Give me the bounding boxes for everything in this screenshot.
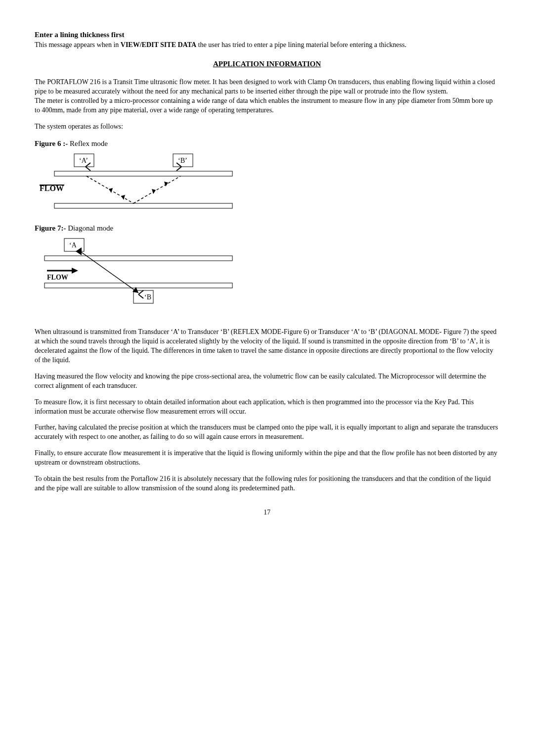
- svg-rect-7: [54, 203, 232, 208]
- heading-enter-lining: Enter a lining thickness first: [35, 30, 499, 40]
- paragraph-system-op: The system operates as follows:: [35, 122, 499, 132]
- svg-line-5: [177, 167, 181, 171]
- svg-marker-14: [164, 182, 168, 187]
- paragraph-ultrasound: When ultrasound is transmitted from Tran…: [35, 328, 499, 365]
- svg-line-2: [86, 167, 90, 171]
- page-number: 17: [35, 508, 499, 518]
- paragraph-position: Further, having calculated the precise p…: [35, 423, 499, 442]
- figure6-desc: Reflex mode: [68, 140, 108, 147]
- svg-line-25: [138, 294, 143, 298]
- svg-marker-20: [72, 268, 78, 274]
- svg-marker-11: [109, 188, 113, 193]
- fig6-label-a: ‘A’: [79, 157, 88, 164]
- text-plain: This message appears when in: [35, 41, 121, 48]
- figure6-diagram: ‘A’ ‘B’ FLOW: [35, 151, 499, 213]
- fig7-flow-label: FLOW: [47, 274, 68, 281]
- paragraph-velocity: Having measured the flow velocity and kn…: [35, 372, 499, 391]
- figure7-diagram: ‘A FLOW ‘B: [35, 236, 499, 308]
- figure6-caption: Figure 6 :- Reflex mode: [35, 139, 499, 148]
- section-title: APPLICATION INFORMATION: [35, 59, 499, 69]
- svg-marker-13: [152, 189, 156, 194]
- figure7-desc: Diagonal mode: [66, 224, 113, 232]
- svg-marker-12: [121, 195, 125, 200]
- svg-rect-18: [44, 283, 232, 288]
- paragraph-intro2: The meter is controlled by a micro-proce…: [35, 96, 499, 115]
- svg-rect-6: [54, 171, 232, 176]
- paragraph-best-results: To obtain the best results from the Port…: [35, 474, 499, 493]
- figure7-label: Figure 7:-: [35, 224, 66, 232]
- figure6-label: Figure 6 :-: [35, 140, 68, 147]
- svg-line-24: [138, 290, 143, 294]
- text-bold-viewedit: VIEW/EDIT SITE DATA: [121, 41, 196, 48]
- svg-rect-17: [44, 256, 232, 261]
- svg-line-10: [134, 176, 180, 203]
- figure7-caption: Figure 7:- Diagonal mode: [35, 223, 499, 233]
- paragraph-intro1: The PORTAFLOW 216 is a Transit Time ultr…: [35, 78, 499, 96]
- fig7-label-a: ‘A: [69, 241, 77, 249]
- fig7-label-b: ‘B: [144, 293, 151, 301]
- paragraph-msg: This message appears when in VIEW/EDIT S…: [35, 41, 499, 50]
- paragraph-accurate: Finally, to ensure accurate flow measure…: [35, 449, 499, 468]
- fig6-label-b: ‘B’: [178, 157, 187, 164]
- text-plain: the user has tried to enter a pipe linin…: [196, 41, 406, 48]
- svg-line-21: [80, 251, 138, 293]
- paragraph-measure-flow: To measure flow, it is first necessary t…: [35, 398, 499, 417]
